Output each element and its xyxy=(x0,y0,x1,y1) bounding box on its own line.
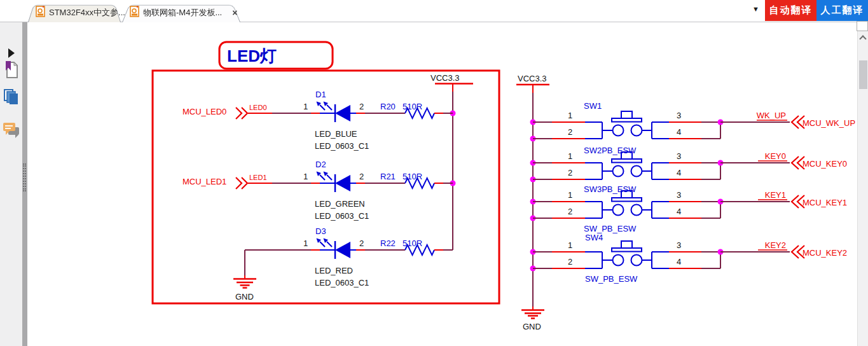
gnd-symbol: GND xyxy=(233,250,256,301)
pin-number: 1 xyxy=(303,102,308,111)
resistor-ref: R22 xyxy=(380,239,396,248)
pin-number: 2 xyxy=(359,239,364,248)
switch-designator: SW2PB_ESW xyxy=(584,146,637,155)
led-name: LED_GREEN xyxy=(315,199,365,209)
led-row-2: MCU_LED1 LED1 1 D2 2 R21 510R LED_GREEN … xyxy=(183,160,453,221)
section-title: LED灯 xyxy=(227,46,277,66)
schematic-page: LED灯 VCC3.3 MCU_LED0 LED0 1 D xyxy=(27,22,857,346)
pin-number: 2 xyxy=(568,207,572,216)
tab-label: 物联网箱-M4开发板... xyxy=(143,7,222,18)
led-vcc-rail: VCC3.3 xyxy=(431,73,473,250)
resistor-value: 510R xyxy=(403,239,422,248)
ground-label: GND xyxy=(235,292,254,301)
port-label: MCU_KEY2 xyxy=(803,248,847,258)
net-label: KEY1 xyxy=(765,190,786,200)
port-label: MCU_KEY1 xyxy=(803,198,847,207)
auto-translate-button[interactable]: 自动翻译 xyxy=(765,0,816,21)
tab-bar: STM32F4xx中文参... 物联网箱-M4开发板... × ▼ 自动翻译 人… xyxy=(0,0,868,22)
led-name: LED_BLUE xyxy=(315,129,357,139)
led-name: LED_RED xyxy=(315,266,353,275)
pin-number: 1 xyxy=(303,172,308,181)
scrollbar-corner-box[interactable] xyxy=(857,21,868,31)
pin-number: 4 xyxy=(677,127,681,137)
tab-document-2[interactable]: 物联网箱-M4开发板... × xyxy=(122,3,240,22)
scrollbar-thumb[interactable] xyxy=(859,60,867,89)
pin-number: 4 xyxy=(677,207,681,216)
resistor-ref: R21 xyxy=(380,172,396,181)
splitter-grip xyxy=(23,163,24,191)
switch-row-2: 1 2 3 4 SW2PB_ESW KEY0 MCU_KEY0 xyxy=(530,146,848,183)
ground-label: GND xyxy=(523,322,541,331)
switch-row-1: 1 2 3 4 SW1 WK_UP MCU_WK_UP xyxy=(530,101,856,142)
led-part: LED_0603_C1 xyxy=(315,278,369,287)
panel-splitter[interactable] xyxy=(22,22,27,346)
switch-row-4: 1 2 3 4 SW_PB_ESW SW4 SW_PB_ESW KEY2 MCU… xyxy=(530,224,848,284)
port-label: MCU_KEY0 xyxy=(803,159,847,169)
switch-designator: SW1 xyxy=(584,101,602,111)
tab-close-icon[interactable]: × xyxy=(232,8,237,17)
pin-number: 2 xyxy=(568,127,572,137)
switch-part-label: SW_PB_ESW xyxy=(585,274,638,284)
tab-document-1[interactable]: STM32F4xx中文参... xyxy=(28,3,121,22)
pdf-reader-window: STM32F4xx中文参... 物联网箱-M4开发板... × ▼ 自动翻译 人… xyxy=(0,0,868,346)
bookmarks-icon[interactable] xyxy=(0,61,22,79)
pin-number: 3 xyxy=(677,111,681,120)
port-label: MCU_WK_UP xyxy=(803,118,855,128)
net-label: KEY2 xyxy=(765,240,786,250)
pdf-icon xyxy=(36,6,45,20)
led-row-1: MCU_LED0 LED0 1 D1 2 R20 510R LED_BLUE L… xyxy=(183,90,453,151)
power-label: VCC3.3 xyxy=(431,73,460,83)
expand-panel-arrow-icon[interactable] xyxy=(0,48,22,58)
switch-part-label: SW_PB_ESW xyxy=(584,224,637,233)
scroll-up-arrow-icon[interactable] xyxy=(859,35,866,42)
pin-number: 4 xyxy=(677,257,681,266)
resistor-ref: R20 xyxy=(380,102,396,111)
net-label: WK_UP xyxy=(757,111,786,120)
tab-label: STM32F4xx中文参... xyxy=(49,7,125,18)
net-label: KEY0 xyxy=(765,151,786,161)
port-label: MCU_LED1 xyxy=(183,177,226,186)
port-label: MCU_LED0 xyxy=(183,107,226,116)
led-title-callout: LED灯 xyxy=(219,42,333,69)
pin-number: 3 xyxy=(677,151,681,161)
designator: D2 xyxy=(315,160,326,169)
switch-row-3: 1 2 3 4 SW3PB_ESW KEY1 MCU_KEY1 xyxy=(530,184,848,221)
resistor-value: 510R xyxy=(403,102,422,111)
pin-number: 2 xyxy=(359,102,364,111)
designator: D1 xyxy=(315,90,326,99)
pin-number: 2 xyxy=(359,172,364,181)
pin-number: 1 xyxy=(303,239,308,248)
pin-number: 4 xyxy=(677,168,681,177)
power-label: VCC3.3 xyxy=(518,74,547,83)
pin-number: 1 xyxy=(568,190,572,200)
net-label: LED1 xyxy=(249,174,267,181)
pin-number: 2 xyxy=(568,168,572,177)
vertical-scrollbar[interactable] xyxy=(857,31,868,346)
switch-designator: SW4 xyxy=(585,233,603,242)
pin-number: 1 xyxy=(568,111,572,120)
page-thumbnails-icon[interactable] xyxy=(0,89,22,106)
led-row-3: 1 D3 2 R22 510R LED_RED LED_0603_C1 xyxy=(233,226,453,301)
human-translate-button[interactable]: 人工翻译 xyxy=(816,0,868,21)
designator: D3 xyxy=(315,226,326,236)
pin-number: 3 xyxy=(677,240,681,250)
led-part: LED_0603_C1 xyxy=(315,141,369,151)
led-part: LED_0603_C1 xyxy=(315,211,369,221)
comments-icon[interactable] xyxy=(0,121,22,140)
pin-number: 2 xyxy=(568,257,572,266)
net-label: LED0 xyxy=(249,104,267,111)
pin-number: 1 xyxy=(568,240,572,250)
resistor-value: 510R xyxy=(403,172,422,181)
pin-number: 3 xyxy=(677,190,681,200)
pdf-icon xyxy=(130,6,139,20)
dropdown-caret-icon[interactable]: ▼ xyxy=(752,5,759,13)
switch-designator: SW3PB_ESW xyxy=(584,184,637,194)
navigation-panel-strip xyxy=(0,22,22,346)
pin-number: 1 xyxy=(568,151,572,161)
